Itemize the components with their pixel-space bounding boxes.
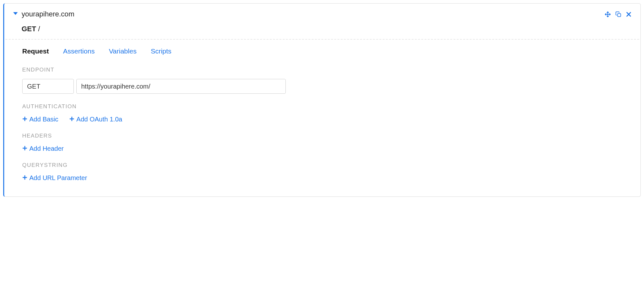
panel-title: yourapihere.com <box>22 10 74 18</box>
authentication-section: AUTHENTICATION Add Basic Add OAuth 1.0a <box>22 103 622 123</box>
tab-assertions[interactable]: Assertions <box>63 47 95 55</box>
svg-rect-8 <box>70 119 74 120</box>
add-basic-label: Add Basic <box>29 116 58 123</box>
endpoint-row <box>22 79 622 94</box>
header-titles: yourapihere.com GET / <box>22 10 74 33</box>
panel-body: Request Assertions Variables Scripts END… <box>4 40 640 196</box>
querystring-label: QUERYSTRING <box>22 162 622 168</box>
plus-icon <box>22 174 27 182</box>
add-header-label: Add Header <box>29 145 64 152</box>
add-oauth-button[interactable]: Add OAuth 1.0a <box>69 116 122 123</box>
headers-actions: Add Header <box>22 145 622 152</box>
svg-rect-12 <box>23 177 27 178</box>
querystring-actions: Add URL Parameter <box>22 174 622 182</box>
tab-variables[interactable]: Variables <box>109 47 137 55</box>
add-oauth-label: Add OAuth 1.0a <box>76 116 122 123</box>
plus-icon <box>69 116 74 123</box>
plus-icon <box>22 145 27 152</box>
auth-actions: Add Basic Add OAuth 1.0a <box>22 116 622 123</box>
url-input[interactable] <box>76 79 286 94</box>
headers-label: HEADERS <box>22 133 622 139</box>
authentication-label: AUTHENTICATION <box>22 103 622 110</box>
panel-subtitle: GET / <box>22 25 74 33</box>
querystring-section: QUERYSTRING Add URL Parameter <box>22 162 622 182</box>
collapse-caret-icon[interactable] <box>13 11 18 17</box>
add-url-parameter-label: Add URL Parameter <box>29 174 87 182</box>
subtitle-method: GET <box>22 25 36 33</box>
tab-scripts[interactable]: Scripts <box>151 47 171 55</box>
subtitle-path: / <box>38 25 40 33</box>
close-icon[interactable] <box>626 12 631 17</box>
endpoint-label: ENDPOINT <box>22 67 622 73</box>
add-url-parameter-button[interactable]: Add URL Parameter <box>22 174 87 182</box>
request-panel: yourapihere.com GET / <box>3 3 641 197</box>
endpoint-section: ENDPOINT <box>22 67 622 94</box>
panel-header-left: yourapihere.com GET / <box>13 10 605 33</box>
copy-icon[interactable] <box>615 11 621 17</box>
svg-rect-6 <box>23 119 27 120</box>
move-icon[interactable] <box>605 11 611 17</box>
plus-icon <box>22 116 27 123</box>
svg-rect-10 <box>23 148 27 149</box>
tab-request[interactable]: Request <box>22 47 49 55</box>
tabs: Request Assertions Variables Scripts <box>22 47 622 55</box>
panel-header: yourapihere.com GET / <box>4 4 640 39</box>
method-input[interactable] <box>22 79 74 94</box>
add-header-button[interactable]: Add Header <box>22 145 64 152</box>
add-basic-button[interactable]: Add Basic <box>22 116 58 123</box>
panel-actions <box>605 10 631 17</box>
svg-rect-2 <box>618 14 621 17</box>
headers-section: HEADERS Add Header <box>22 133 622 152</box>
